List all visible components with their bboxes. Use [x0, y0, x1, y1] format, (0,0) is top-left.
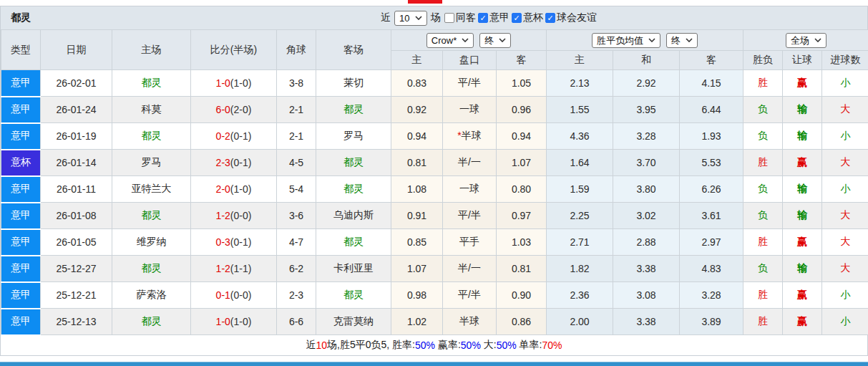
- fulltime-score: 1-0: [216, 316, 230, 327]
- away-team: 都灵: [316, 150, 391, 176]
- corner-count: 2-1: [277, 97, 316, 123]
- col-header-type: 类型: [1, 30, 41, 70]
- away-team: 罗马: [316, 123, 391, 150]
- subcol-handicap-result: 让球: [783, 51, 822, 70]
- handicap-text: 半球: [459, 315, 479, 327]
- halftime-score: (1-0): [230, 316, 252, 327]
- match-date: 26-01-24: [41, 97, 112, 123]
- halftime-score: (2-0): [230, 104, 252, 115]
- league-badge: 意甲: [1, 203, 41, 229]
- checkbox-label: 球会友谊: [557, 11, 597, 24]
- match-count-value: 10: [399, 13, 409, 24]
- avg-odds-select-value: 胜平负均值: [597, 35, 643, 46]
- table-row: 意杯 26-01-14 罗马 2-3(0-1) 4-5 都灵 0.81 半/一 …: [1, 150, 868, 176]
- filter-checkboxes: 同客✓意甲✓意杯✓球会友谊: [444, 11, 597, 24]
- handicap-result: 赢: [783, 150, 822, 176]
- league-badge: 意甲: [1, 176, 41, 203]
- table-row: 意甲 26-01-05 维罗纳 0-3(0-1) 4-7 都灵 0.85 平手 …: [1, 229, 868, 256]
- win-loss-result: 负: [743, 176, 783, 203]
- corner-count: 2-1: [277, 123, 316, 150]
- handicap-result: 输: [783, 203, 822, 229]
- avg-draw-odds: 2.88: [613, 229, 680, 256]
- avg-away-odds: 3.89: [680, 309, 743, 335]
- chevron-down-icon: [415, 16, 422, 20]
- home-team: 亚特兰大: [112, 176, 191, 203]
- fulltime-score: 0-2: [216, 130, 230, 142]
- table-row: 意甲 26-02-01 都灵 1-0(1-0) 3-8 莱切 0.83 平/半 …: [1, 70, 868, 97]
- summary-line: 近10场,胜5平0负5, 胜率:50% 赢率:50% 大:50% 单率:70%: [1, 336, 867, 355]
- handicap-odds-home: 0.91: [391, 203, 443, 229]
- table-row: 意甲 25-12-13 都灵 1-0(1-0) 6-6 克雷莫纳 1.02 半球…: [1, 309, 868, 335]
- col-header-score: 比分(半场): [191, 30, 277, 70]
- handicap-line: 半/一: [443, 256, 497, 282]
- away-team: 都灵: [316, 176, 391, 203]
- avg-time-select[interactable]: 终: [666, 33, 698, 48]
- handicap-result: 赢: [783, 229, 822, 256]
- subcol-avg-away: 客: [680, 51, 743, 70]
- goals-result: 小: [822, 176, 868, 203]
- avg-odds-group-header: 胜平负均值 终: [547, 30, 743, 51]
- checkbox-icon[interactable]: ✓: [512, 13, 522, 23]
- handicap-odds-home: 0.81: [391, 150, 443, 176]
- win-loss-result: 胜: [743, 229, 783, 256]
- handicap-text: 一球: [459, 103, 479, 115]
- stats-panel: 都灵 近 10 场 同客✓意甲✓意杯✓球会友谊 类型 日期 主场 比分(半场) …: [0, 6, 868, 356]
- league-badge: 意甲: [1, 256, 41, 282]
- handicap-odds-home: 1.08: [391, 176, 443, 203]
- checkbox-icon[interactable]: ✓: [478, 13, 488, 23]
- goals-result: 大: [822, 256, 868, 282]
- filter-checkbox-group: ✓意杯: [512, 11, 543, 24]
- league-badge: 意甲: [1, 123, 41, 150]
- league-badge: 意甲: [1, 229, 41, 256]
- avg-draw-odds: 3.80: [613, 176, 680, 203]
- handicap-line: 一球: [443, 176, 497, 203]
- chevron-down-icon: [686, 38, 693, 42]
- handicap-line: 半球: [443, 309, 497, 335]
- win-loss-result: 负: [743, 203, 783, 229]
- handicap-line: 半/一: [443, 150, 497, 176]
- handicap-text: 半/一: [458, 156, 481, 168]
- win-loss-result: 负: [743, 123, 783, 150]
- bookmaker-select[interactable]: Crow*: [426, 33, 474, 48]
- match-date: 25-12-21: [41, 282, 112, 309]
- home-team: 都灵: [112, 203, 191, 229]
- halftime-score: (1-0): [230, 77, 252, 89]
- match-count-select[interactable]: 10: [394, 11, 427, 26]
- odds-time-select[interactable]: 终: [479, 33, 511, 48]
- avg-draw-odds: 3.02: [613, 203, 680, 229]
- match-date: 25-12-13: [41, 309, 112, 335]
- fulltime-score: 1-2: [216, 210, 230, 221]
- handicap-odds-away: 0.80: [497, 176, 547, 203]
- goals-result: 大: [822, 229, 868, 256]
- checkbox-icon[interactable]: ✓: [545, 13, 555, 23]
- fulltime-score: 6-0: [216, 104, 230, 115]
- subcol-odds-away: 客: [497, 51, 547, 70]
- goals-result: 大: [822, 150, 868, 176]
- away-team: 都灵: [316, 97, 391, 123]
- handicap-odds-away: 0.94: [497, 123, 547, 150]
- away-team: 克雷莫纳: [316, 309, 391, 335]
- chevron-down-icon: [814, 38, 821, 42]
- goals-result: 小: [822, 282, 868, 309]
- col-header-date: 日期: [41, 30, 112, 70]
- table-row: 意甲 26-01-19 都灵 0-2(0-1) 2-1 罗马 0.94 *半球 …: [1, 123, 868, 150]
- handicap-line: 平/半: [443, 203, 497, 229]
- score-cell: 1-0(1-0): [191, 309, 277, 335]
- win-loss-result: 胜: [743, 309, 783, 335]
- result-group-header: 全场: [743, 30, 868, 51]
- avg-time-select-value: 终: [671, 35, 681, 46]
- bottom-gap: [0, 356, 868, 362]
- handicap-line: 平手: [443, 229, 497, 256]
- avg-away-odds: 2.97: [680, 229, 743, 256]
- avg-odds-select[interactable]: 胜平负均值: [592, 33, 660, 48]
- odds-time-select-value: 终: [484, 35, 494, 46]
- period-select[interactable]: 全场: [786, 33, 826, 48]
- league-badge: 意甲: [1, 309, 41, 335]
- checkbox-icon[interactable]: [444, 13, 454, 23]
- score-cell: 1-2(0-0): [191, 203, 277, 229]
- handicap-line: 一球: [443, 97, 497, 123]
- checkbox-label: 意杯: [523, 11, 543, 24]
- chevron-down-icon: [648, 38, 655, 42]
- table-row: 意甲 25-12-27 都灵 1-2(1-1) 6-2 卡利亚里 1.07 半/…: [1, 256, 868, 282]
- handicap-text: 平/半: [458, 209, 481, 221]
